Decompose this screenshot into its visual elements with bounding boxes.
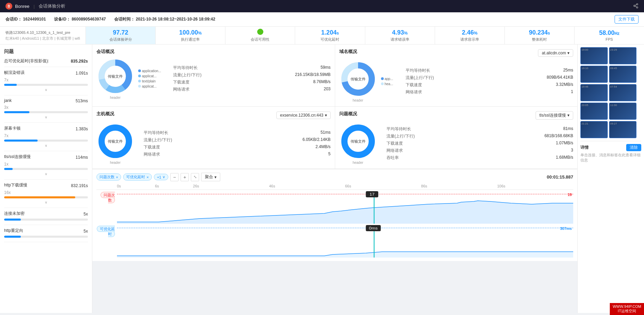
session-stat-2: 流量(上行/下行)216.15KB/18.59MB (173, 71, 331, 79)
device-id-label: 设备ID： (54, 17, 70, 22)
host-stat-3: 下载速度2.4MB/s (144, 144, 331, 151)
metric-score-label: 会话体验评分 (109, 37, 132, 42)
total-opt-label: 总可优化延时(非投影值): (4, 58, 49, 64)
filter-problem-count[interactable]: 问题次数 × (96, 173, 121, 181)
domain-legends: app... hea... (381, 77, 402, 86)
timeline-minus-btn[interactable]: − (170, 173, 179, 181)
domain-stat-4: 网络请求1 (406, 89, 574, 96)
host-donut-footer: header (110, 161, 120, 165)
issue-progress-1 (4, 84, 88, 86)
device-id-value: 860089054639747 (71, 17, 106, 22)
axis-0s: 0s (117, 184, 155, 188)
metric-fps: 58.00Hz FPS (575, 27, 644, 44)
issue-value-6: 5x (83, 212, 88, 216)
screenshot-4[interactable]: 09:45 (609, 66, 636, 83)
issue-value-1: 1.091s (76, 71, 88, 76)
issue-count-5: 16x (4, 190, 11, 195)
screenshot-1[interactable]: 19:00 (580, 47, 608, 64)
close-problem-count[interactable]: × (116, 175, 118, 179)
metric-pass-value: 100.00% (179, 29, 202, 36)
problem-stat-5: 吞吐率1.68MB/s (386, 154, 574, 161)
host-stat-4: 网络请求5 (144, 151, 331, 158)
session-stat-4: 网络请求203 (173, 86, 331, 93)
screenshot-10[interactable]: 09:27 (609, 121, 636, 138)
screenshot-2[interactable]: 23:29 (609, 47, 636, 64)
session-stats: 平均等待时长59ms 流量(上行/下行)216.15KB/18.59MB 下载速… (173, 64, 331, 93)
problem-chart: 问题次数 19 17 (96, 191, 573, 224)
issue-count-4: 1x (4, 162, 9, 167)
session-time-label: 会话时间： (114, 17, 135, 22)
screenshot-5[interactable]: 19:46 (580, 84, 608, 101)
domain-stat-3: 下载速度3.32MB/s (406, 81, 574, 89)
screenshot-7[interactable]: 20:05 (580, 103, 608, 120)
timeline-expand-btn[interactable]: ⤡ (191, 173, 199, 181)
host-stat-2: 流量(上行/下行)6.05KB/2.14KB (144, 136, 331, 144)
screenshot-6[interactable]: 07:54 (609, 84, 636, 101)
expand-5[interactable]: ∨ (4, 200, 88, 205)
middle-panels-row: 主机概况 exservice.12306.cn:443 ▾ 传输文件 (92, 107, 577, 169)
host-dropdown[interactable]: exservice.12306.cn:443 ▾ (276, 111, 331, 119)
info-items: 会话ID： 1624499101 设备ID： 860089054639747 会… (5, 16, 215, 22)
agg-chevron-icon: ▾ (214, 175, 216, 180)
share-icon[interactable] (633, 3, 639, 10)
nav-title: 会话体验分析 (39, 3, 65, 9)
logo-icon: B (5, 3, 12, 10)
metric-opt-label: 可优化延时 (320, 37, 339, 42)
metric-fps-value: 58.00Hz (599, 29, 620, 37)
filter-more[interactable]: +1 ∨ (154, 174, 169, 180)
metric-req-rate: 2.46% 请求容示率 (435, 27, 505, 44)
session-id-value: 1624499101 (23, 17, 46, 22)
clear-button[interactable]: 清除 (626, 144, 641, 151)
session-legends: application... applicat... text/plain ap… (138, 69, 169, 88)
screenshot-9[interactable]: 21:21 (580, 121, 608, 138)
domain-dropdown[interactable]: at.alicdn.com ▾ (538, 49, 573, 57)
host-title: 主机概况 (96, 111, 114, 117)
screenshot-list: 19:00 23:29 19:10 09:45 19:46 07:54 (580, 47, 641, 138)
issue-http-slow: http下载缓慢 832.191s 16x ∨ (4, 182, 88, 208)
download-button[interactable]: 文件下载 (615, 15, 639, 24)
problem-dropdown[interactable]: tls/ssl连接缓慢 ▾ (536, 111, 573, 120)
watermark: WWW.94IP.COM IT运维空间 (610, 303, 644, 313)
metric-pass-rate: 100.00% 执行通过率 (156, 27, 225, 44)
top-panels-row: 会话概况 传输文件 hea (92, 44, 577, 107)
timeline-axis: 0s 6s 26s 46s 66s 86s 106s (96, 184, 573, 190)
watermark-url: WWW.94IP.COM (613, 304, 641, 309)
session-stat-1: 平均等待时长59ms (173, 64, 331, 71)
screenshot-8[interactable]: 11:00 (609, 103, 636, 120)
screenshot-grid: 19:00 23:29 19:10 09:45 19:46 07:54 (580, 47, 641, 138)
expand-2[interactable]: ∨ (4, 115, 88, 120)
problem-overview-panel: 问题概况 tls/ssl连接缓慢 ▾ 传输文件 (335, 107, 578, 169)
metric-availability: 会话可用性 (225, 27, 295, 44)
problem-stat-1: 平均等待时长81ms (386, 126, 574, 133)
close-opt-delay[interactable]: × (146, 175, 148, 179)
screenshot-3[interactable]: 19:10 (580, 66, 608, 83)
detail-hint: 单击连接、消息和标签在此查看详细信息 (580, 153, 641, 163)
detail-title-row: 详情 清除 (580, 144, 641, 151)
issue-name-2: jank (4, 98, 12, 103)
axis-26s: 26s (193, 184, 269, 188)
issue-value-4: 114ms (76, 155, 88, 160)
issue-screen-freeze: 屏幕卡顿 1.383s 7x ∨ (4, 126, 88, 151)
timeline-aggregate-btn[interactable]: 聚合 ▾ (201, 173, 220, 181)
metric-score: 97.72 会话体验评分 (86, 27, 156, 44)
metric-total-time: 90.234s 整体耗时 (505, 27, 575, 44)
session-overview-panel: 会话概况 传输文件 hea (92, 44, 335, 106)
nav-separator: | (34, 4, 35, 9)
sidebar-title: 问题 (4, 49, 88, 55)
expand-1[interactable]: ∨ (4, 87, 88, 92)
filter-opt-delay[interactable]: 可优化延时 × (123, 173, 152, 181)
expand-4[interactable]: ∨ (4, 171, 88, 176)
issue-progress-6 (4, 219, 88, 221)
timeline-section: 问题次数 × 可优化延时 × +1 ∨ − + ⤡ 聚合 (92, 169, 577, 261)
timeline-plus-btn[interactable]: + (181, 173, 189, 181)
metric-req-value: 2.46% (462, 29, 477, 36)
domain-stat-2: 流量(上行/下行)809B/64.41KB (406, 74, 574, 81)
problem-donut-footer: header (353, 161, 363, 165)
domain-overview-panel: 域名概况 at.alicdn.com ▾ (335, 44, 578, 106)
expand-3[interactable]: ∨ (4, 143, 88, 148)
svg-line-4 (635, 4, 637, 5)
issue-unencrypted: 连接未加密 5x (4, 211, 88, 225)
svg-point-2 (636, 6, 638, 8)
issue-count-3: 7x (4, 133, 9, 138)
top-nav: B Bonree | 会话体验分析 (0, 0, 644, 12)
